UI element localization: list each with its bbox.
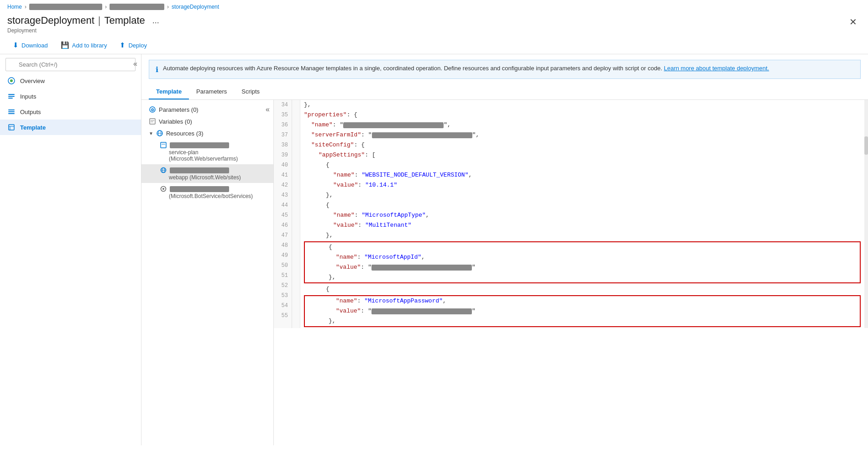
page-header-left: storageDeployment | Template ... Deploym… bbox=[7, 15, 163, 34]
code-line-39: "appSettings": [ bbox=[304, 150, 864, 160]
tab-bar: Template Parameters Scripts bbox=[141, 84, 868, 100]
service-plan-type: (Microsoft.Web/serverfarms) bbox=[169, 156, 238, 162]
sidebar-item-overview[interactable]: Overview bbox=[0, 73, 141, 89]
scrollbar-thumb[interactable] bbox=[864, 136, 868, 155]
svg-rect-6 bbox=[8, 111, 15, 112]
tree-variables[interactable]: Variables (0) bbox=[141, 115, 273, 127]
svg-rect-13 bbox=[150, 119, 155, 124]
tree-resource-webapp[interactable]: webapp (Microsoft.Web/sites) bbox=[141, 164, 273, 183]
parameters-icon: ⚙ bbox=[149, 106, 156, 113]
webapp-name: webapp (Microsoft.Web/sites) bbox=[169, 174, 241, 181]
tab-template[interactable]: Template bbox=[149, 84, 189, 99]
code-line-51: }, bbox=[307, 272, 858, 282]
sidebar-item-outputs-label: Outputs bbox=[20, 109, 41, 115]
deploy-label: Deploy bbox=[128, 42, 146, 49]
tree-parameters-label: Parameters (0) bbox=[159, 106, 199, 113]
code-line-34: }, bbox=[304, 100, 864, 110]
code-line-43: }, bbox=[304, 190, 864, 200]
tree-variables-label: Variables (0) bbox=[159, 118, 192, 125]
botservice-name-blurred bbox=[170, 186, 229, 192]
svg-point-25 bbox=[162, 188, 164, 190]
tab-parameters[interactable]: Parameters bbox=[189, 84, 234, 99]
deploy-button[interactable]: ⬆ Deploy bbox=[114, 38, 152, 52]
page-subtitle-label: Template bbox=[105, 15, 145, 26]
breadcrumb: Home › › › storageDeployment bbox=[0, 0, 868, 14]
page-title: storageDeployment bbox=[7, 15, 94, 26]
svg-rect-4 bbox=[8, 98, 13, 99]
code-line-41: "name": "WEBSITE_NODE_DEFAULT_VERSION", bbox=[304, 170, 864, 180]
breadcrumb-current: storageDeployment bbox=[172, 4, 219, 10]
download-icon: ⬇ bbox=[13, 41, 19, 49]
svg-rect-7 bbox=[8, 113, 15, 114]
code-line-38: "siteConfig": { bbox=[304, 140, 864, 150]
download-label: Download bbox=[21, 42, 48, 49]
code-line-42: "value": "10.14.1" bbox=[304, 180, 864, 190]
info-icon: ℹ bbox=[156, 65, 158, 74]
tree-resource-service-plan[interactable]: service-plan (Microsoft.Web/serverfarms) bbox=[141, 139, 273, 164]
tree-resources[interactable]: ▼ Resources (3) bbox=[141, 127, 273, 139]
botservice-name: (Microsoft.BotService/botServices) bbox=[169, 193, 253, 199]
botservice-icon bbox=[160, 185, 167, 193]
add-to-library-button[interactable]: 💾 Add to library bbox=[55, 38, 113, 52]
breadcrumb-home[interactable]: Home bbox=[7, 4, 22, 10]
code-line-55: }, bbox=[307, 316, 858, 326]
code-line-48: { bbox=[307, 242, 858, 252]
ellipsis-button[interactable]: ... bbox=[149, 15, 163, 26]
code-line-47: }, bbox=[304, 230, 864, 240]
sidebar-item-outputs[interactable]: Outputs bbox=[0, 104, 141, 120]
svg-text:⚙: ⚙ bbox=[151, 108, 154, 112]
info-link[interactable]: Learn more about template deployment. bbox=[664, 65, 769, 72]
download-button[interactable]: ⬇ Download bbox=[7, 38, 53, 52]
breadcrumb-blurred2 bbox=[110, 4, 164, 10]
close-button[interactable]: ✕ bbox=[846, 15, 861, 29]
sidebar-item-template[interactable]: Template bbox=[0, 120, 141, 135]
overview-icon bbox=[7, 77, 16, 85]
code-line-40: { bbox=[304, 160, 864, 170]
tree-resources-label: Resources (3) bbox=[166, 130, 204, 137]
service-plan-name: service-plan bbox=[169, 149, 238, 156]
variables-icon bbox=[149, 118, 156, 125]
code-line-52: { bbox=[304, 284, 864, 294]
code-line-49: "name": "MicrosoftAppId", bbox=[307, 252, 858, 262]
tree-parameters[interactable]: ⚙ Parameters (0) bbox=[141, 104, 273, 115]
sidebar-item-template-label: Template bbox=[20, 124, 46, 131]
code-line-36: "name": "", bbox=[304, 120, 864, 130]
info-text: Automate deploying resources with Azure … bbox=[163, 65, 662, 72]
breadcrumb-blurred1 bbox=[29, 4, 102, 10]
sidebar-item-inputs[interactable]: Inputs bbox=[0, 89, 141, 104]
svg-rect-8 bbox=[9, 125, 14, 130]
resources-chevron: ▼ bbox=[149, 131, 153, 136]
highlight-box-appid: { "name": "MicrosoftAppId", "value": "" bbox=[304, 241, 861, 283]
info-banner: ℹ Automate deploying resources with Azur… bbox=[149, 60, 861, 79]
code-panel[interactable]: 34 35 36 37 38 39 40 41 42 43 44 45 46 4… bbox=[274, 100, 868, 445]
sidebar-item-inputs-label: Inputs bbox=[20, 93, 36, 100]
search-input[interactable] bbox=[5, 58, 136, 71]
service-plan-icon bbox=[160, 141, 167, 149]
svg-rect-19 bbox=[161, 142, 166, 148]
code-line-35: "properties": { bbox=[304, 110, 864, 120]
code-line-46: "value": "MultiTenant" bbox=[304, 220, 864, 230]
code-line-37: "serverFarmId": "", bbox=[304, 130, 864, 140]
deploy-icon: ⬆ bbox=[120, 41, 125, 49]
sidebar-item-overview-label: Overview bbox=[20, 78, 45, 84]
highlight-box-apppassword: "name": "MicrosoftAppPassword", "value":… bbox=[304, 295, 861, 327]
svg-rect-5 bbox=[8, 109, 15, 110]
resources-icon bbox=[156, 130, 163, 137]
template-icon bbox=[7, 123, 16, 131]
tab-scripts[interactable]: Scripts bbox=[234, 84, 267, 99]
inputs-icon bbox=[7, 92, 16, 100]
code-line-53: "name": "MicrosoftAppPassword", bbox=[307, 296, 858, 306]
service-plan-name-blurred bbox=[170, 142, 229, 148]
collapse-tree-button[interactable]: « bbox=[262, 104, 273, 115]
svg-point-1 bbox=[10, 79, 13, 82]
code-line-54: "value": "" bbox=[307, 306, 858, 316]
code-line-45: "name": "MicrosoftAppType", bbox=[304, 210, 864, 220]
webapp-icon bbox=[160, 167, 167, 174]
tree-resource-botservice[interactable]: (Microsoft.BotService/botServices) bbox=[141, 183, 273, 202]
add-to-library-label: Add to library bbox=[72, 42, 107, 49]
webapp-name-blurred bbox=[170, 167, 229, 173]
scrollbar-track[interactable] bbox=[864, 100, 868, 328]
code-line-44: { bbox=[304, 200, 864, 210]
collapse-sidebar-button[interactable]: « bbox=[130, 58, 141, 70]
code-line-50: "value": "" bbox=[307, 262, 858, 272]
